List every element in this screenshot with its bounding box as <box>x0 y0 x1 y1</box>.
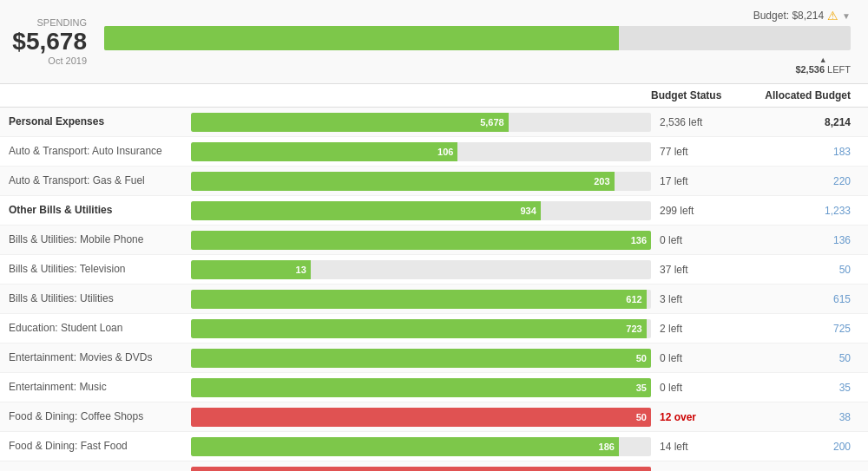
bar-fill: 136 <box>191 231 651 250</box>
bar-cell: 186 <box>191 437 651 456</box>
bar-value: 612 <box>626 294 641 304</box>
bar-wrap: 934 <box>191 201 651 220</box>
spending-date: Oct 2019 <box>9 56 87 66</box>
left-label: LEFT <box>827 64 851 75</box>
status-cell: 77 left <box>651 146 755 158</box>
allocated-cell: 8,214 <box>755 116 859 128</box>
bar-value: 136 <box>631 235 647 245</box>
status-cell: 14 left <box>651 441 755 453</box>
spending-amount: $5,678 <box>9 28 87 56</box>
col-bar <box>191 89 651 101</box>
row-label: Personal Expenses <box>9 115 191 129</box>
bar-fill: 203 <box>191 172 615 191</box>
bar-wrap: 35 <box>191 378 651 397</box>
bar-wrap: 50 <box>191 408 651 427</box>
table-header: Budget Status Allocated Budget <box>0 84 868 108</box>
bar-fill: 723 <box>191 319 647 338</box>
bar-value: 723 <box>626 324 641 334</box>
bar-value: 5,678 <box>480 117 504 128</box>
budget-label-top: Budget: $8,214 ⚠ ▼ <box>753 9 851 23</box>
bar-value: 50 <box>636 412 647 422</box>
allocated-cell: 1,233 <box>755 205 859 217</box>
allocated-cell: 725 <box>755 323 859 335</box>
bar-value: 13 <box>296 265 306 275</box>
bar-fill: 587 <box>191 467 651 472</box>
top-progress-bg <box>104 26 851 50</box>
budget-text: Budget: $8,214 <box>753 10 824 22</box>
bar-value: 934 <box>520 206 536 216</box>
status-cell: 37 left <box>651 264 755 276</box>
table-body: Personal Expenses5,6782,536 left8,214Aut… <box>0 108 868 471</box>
bar-cell: 50 <box>191 408 651 427</box>
bar-value: 106 <box>437 147 453 157</box>
status-cell: 3 left <box>651 293 755 305</box>
bar-cell: 934 <box>191 201 651 220</box>
bar-fill: 186 <box>191 437 619 456</box>
bar-value: 186 <box>599 442 615 452</box>
dropdown-icon: ▼ <box>842 11 851 21</box>
bar-cell: 35 <box>191 378 651 397</box>
bar-wrap: 5,678 <box>191 113 651 132</box>
bar-cell: 723 <box>191 319 651 338</box>
table-row: Entertainment: Movies & DVDs500 left50 <box>0 343 868 373</box>
bar-wrap: 50 <box>191 349 651 368</box>
bar-wrap: 136 <box>191 231 651 250</box>
bar-cell: 587 <box>191 467 651 472</box>
left-amount: $2,536 <box>795 64 825 75</box>
table-row: Other Bills & Utilities934299 left1,233 <box>0 196 868 226</box>
status-cell: 2,536 left <box>651 116 755 128</box>
allocated-cell: 200 <box>755 441 859 453</box>
row-label: Auto & Transport: Gas & Fuel <box>9 174 191 188</box>
bar-wrap: 106 <box>191 142 651 161</box>
bar-value: 50 <box>636 353 647 363</box>
bar-fill: 50 <box>191 408 651 427</box>
col-budget-status: Budget Status <box>651 89 755 101</box>
table-row: Entertainment: Music350 left35 <box>0 373 868 402</box>
spending-block: SPENDING $5,678 Oct 2019 <box>9 17 87 66</box>
bar-cell: 612 <box>191 290 651 309</box>
bar-cell: 50 <box>191 349 651 368</box>
status-cell: 0 left <box>651 234 755 246</box>
bar-wrap: 186 <box>191 437 651 456</box>
spending-label: SPENDING <box>9 17 87 28</box>
bar-wrap: 13 <box>191 260 651 279</box>
status-cell: 0 left <box>651 382 755 394</box>
bar-cell: 5,678 <box>191 113 651 132</box>
main-bar-container: Budget: $8,214 ⚠ ▼ ▲ $2,536 LEFT <box>104 9 851 75</box>
row-label: Other Bills & Utilities <box>9 204 191 218</box>
bar-cell: 203 <box>191 172 651 191</box>
allocated-cell: 615 <box>755 293 859 305</box>
row-label: Food & Dining: Coffee Shops <box>9 410 191 424</box>
row-label: Entertainment: Music <box>9 381 191 395</box>
table-row: Food & Dining: Coffee Shops5012 over38 <box>0 402 868 432</box>
bar-fill: 50 <box>191 349 651 368</box>
bar-fill: 612 <box>191 290 647 309</box>
bar-wrap: 612 <box>191 290 651 309</box>
bar-fill: 5,678 <box>191 113 509 132</box>
status-cell: 17 left <box>651 175 755 187</box>
allocated-cell: 35 <box>755 382 859 394</box>
table-section: Budget Status Allocated Budget Personal … <box>0 84 868 471</box>
table-row: Food & Dining: Fast Food18614 left200 <box>0 432 868 461</box>
allocated-cell: 220 <box>755 175 859 187</box>
table-row: Bills & Utilities: Mobile Phone1360 left… <box>0 226 868 255</box>
top-progress-fill <box>104 26 619 50</box>
allocated-cell: 50 <box>755 264 859 276</box>
bar-cell: 106 <box>191 142 651 161</box>
bar-wrap: 203 <box>191 172 651 191</box>
table-row: Bills & Utilities: Utilities6123 left615 <box>0 285 868 314</box>
table-row: Auto & Transport: Gas & Fuel20317 left22… <box>0 167 868 196</box>
top-progress-wrap <box>104 26 851 50</box>
table-row: Education: Student Loan7232 left725 <box>0 314 868 343</box>
status-cell: 12 over <box>651 411 755 423</box>
bar-fill: 934 <box>191 201 541 220</box>
warning-icon: ⚠ <box>827 9 838 23</box>
bar-fill: 35 <box>191 378 651 397</box>
table-row: Bills & Utilities: Television1337 left50 <box>0 255 868 285</box>
allocated-cell: 136 <box>755 234 859 246</box>
row-label: Bills & Utilities: Utilities <box>9 292 191 306</box>
bar-value: 203 <box>594 176 609 186</box>
row-label: Auto & Transport: Auto Insurance <box>9 145 191 159</box>
bar-wrap: 587 <box>191 467 651 472</box>
row-label: Entertainment: Movies & DVDs <box>9 351 191 365</box>
